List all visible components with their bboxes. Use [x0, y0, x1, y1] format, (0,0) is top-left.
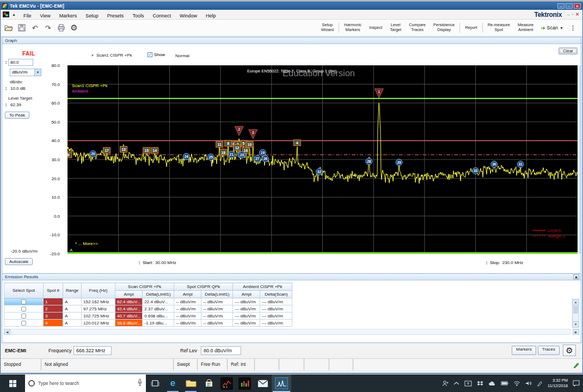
scan-button[interactable]: ➔ Scan ▼ [537, 25, 567, 31]
undo-icon[interactable]: ↶ [30, 23, 40, 33]
print-icon[interactable] [56, 23, 66, 33]
menu-markers[interactable]: Markers [55, 12, 82, 20]
marker-27[interactable]: 27 [254, 156, 261, 162]
trace-selector[interactable]: ▼ Scan1 CISPR +Pk [91, 53, 132, 58]
marker-28[interactable]: 28 [366, 158, 372, 165]
select-spot-checkbox[interactable] [21, 321, 26, 326]
toolbar-inspect[interactable]: Inspect [365, 26, 386, 30]
marker-15[interactable]: 15 [143, 148, 150, 154]
wifi-icon[interactable] [513, 381, 520, 386]
start-freq-spinner[interactable]: ▲▼ [138, 261, 140, 265]
frequency-field[interactable]: 668.322 MHz [73, 346, 112, 355]
battery-icon[interactable] [501, 381, 508, 385]
marker-14[interactable]: 14 [151, 148, 158, 154]
title-bar[interactable]: Tek EMCVu - [EMC-EMI] – ▫ ✕ [1, 2, 582, 10]
spectrum-app-icon[interactable] [218, 375, 236, 392]
stop-freq-spinner[interactable]: ▲▼ [486, 261, 488, 265]
microphone-icon[interactable] [137, 378, 143, 388]
table-row[interactable]: 4A120.012 MHz38.8 dBuV...-1.19 dBu...-- … [4, 320, 564, 327]
toolbar-re-measure-spot[interactable]: Re-measure Spot [484, 23, 514, 32]
table-row[interactable]: 2A97.275 MHz42.4 dBuV...2.37 dBuV...-- d… [4, 305, 564, 313]
save-icon[interactable] [17, 23, 27, 33]
dropbox-icon[interactable] [477, 381, 483, 387]
scroll-down-icon[interactable]: ▼ [573, 321, 579, 327]
people-icon[interactable] [442, 380, 449, 387]
marker-29[interactable]: 29 [396, 159, 402, 166]
menu-view[interactable]: View [35, 12, 54, 20]
taskbar-clock[interactable]: 3:32 PM 11/12/2018 [548, 378, 568, 389]
toolbar-persistence-display[interactable]: Persistence Display [429, 23, 458, 32]
doc-restore-icon[interactable]: ▫ [572, 12, 573, 17]
marker-11[interactable]: 11 [216, 142, 223, 148]
action-center-icon[interactable] [573, 380, 580, 387]
more-label[interactable]: * ... More>> [75, 241, 98, 246]
marker-10[interactable]: 10 [246, 142, 253, 148]
start-freq-value[interactable]: 30.00 MHz [155, 260, 176, 265]
scroll-thumb[interactable] [573, 306, 578, 314]
marker-4[interactable]: 4 [293, 140, 300, 146]
marker-24[interactable]: 24 [183, 154, 189, 160]
file-explorer-icon[interactable] [182, 375, 200, 392]
marker-13[interactable]: 13 [120, 146, 127, 152]
marker-9[interactable]: 9 [67, 152, 72, 158]
ref-level-spinner[interactable]: ▲▼ [5, 60, 7, 64]
marker-19[interactable]: 19 [259, 150, 266, 156]
marker-31[interactable]: 31 [517, 161, 524, 168]
marker-20[interactable]: 20 [90, 151, 96, 157]
stop-freq-value[interactable]: 230.0 MHz [502, 260, 524, 265]
menu-help[interactable]: Help [201, 12, 220, 20]
eject-icon[interactable]: ▲ [12, 13, 16, 16]
autoscale-button[interactable]: Autoscale [5, 258, 33, 265]
menu-file[interactable]: File [19, 12, 36, 20]
ref-lev-field[interactable]: 80.0 dBuV/m [201, 346, 241, 355]
restore-button[interactable]: ▫ [566, 3, 573, 9]
spectrum-plot[interactable]: Europe EN55022: Table 7, Class B, Group … [67, 65, 578, 254]
marker-17[interactable]: 17 [103, 148, 111, 154]
toolbar-setup-wizard[interactable]: Setup Wizard [317, 23, 337, 32]
task-view-icon[interactable] [146, 375, 164, 392]
select-spot-checkbox[interactable] [21, 307, 26, 311]
mail-icon[interactable] [254, 375, 272, 392]
settings-gear-icon[interactable]: ⚙ [69, 23, 79, 33]
table-horizontal-scrollbar[interactable] [11, 329, 570, 335]
menu-presets[interactable]: Presets [103, 12, 128, 20]
menu-connect[interactable]: Connect [148, 12, 175, 20]
marker-26[interactable]: 26 [262, 156, 269, 162]
clear-button[interactable]: Clear [559, 47, 578, 54]
doc-minimize-icon[interactable]: – [567, 12, 569, 17]
unit-dropdown[interactable]: dBuV/m ▼ [10, 69, 41, 76]
volume-icon[interactable] [525, 381, 532, 386]
pen-icon[interactable] [537, 381, 543, 387]
onedrive-icon[interactable] [488, 381, 496, 386]
toolbar-harmonic-markers[interactable]: Harmonic Markers [340, 23, 365, 32]
analyzer-app-icon[interactable] [236, 375, 254, 392]
level-target-input[interactable]: 62.39 [8, 101, 33, 108]
store-icon[interactable] [200, 375, 218, 392]
doc-close-icon[interactable]: ✕ [575, 12, 579, 17]
marker-18[interactable]: 18 [220, 149, 227, 155]
table-row[interactable]: 1A152.162 MHz62.4 dBuV...22.4 dBuV...-- … [4, 298, 564, 305]
select-spot-checkbox[interactable] [21, 314, 26, 318]
scroll-up-icon[interactable]: ▲ [573, 299, 579, 305]
toolbar-level-target[interactable]: Level Target [386, 23, 405, 32]
table-row[interactable]: 3A102.725 MHz40.7 dBuV...0.698 dBu...-- … [4, 313, 564, 320]
marker-32[interactable]: 32 [316, 169, 322, 175]
dropdown-arrow-icon[interactable]: ▼ [34, 69, 41, 76]
marker-30[interactable]: 30 [491, 161, 498, 168]
menu-setup[interactable]: Setup [81, 12, 103, 20]
select-spot-checkbox[interactable] [21, 299, 26, 304]
display-icon[interactable] [464, 381, 472, 387]
taskbar-search[interactable]: Type here to search [25, 375, 146, 392]
to-peak-button[interactable]: To Peak [5, 112, 29, 119]
scroll-right-icon[interactable]: ▶ [573, 329, 579, 335]
ref-level-input[interactable]: 80.0 [8, 59, 33, 66]
open-icon[interactable] [4, 23, 14, 33]
close-button[interactable]: ✕ [574, 3, 581, 9]
toolbar-report[interactable]: Report [461, 26, 481, 30]
settings-button[interactable]: ⚙ [563, 345, 576, 356]
marker-33[interactable]: 33 [472, 168, 479, 174]
marker-8[interactable]: 8 [225, 140, 232, 146]
marker-12[interactable]: 12 [234, 145, 241, 151]
markers-button[interactable]: Markers [512, 346, 536, 355]
panel-pin-icon[interactable]: ▣ [573, 274, 579, 279]
